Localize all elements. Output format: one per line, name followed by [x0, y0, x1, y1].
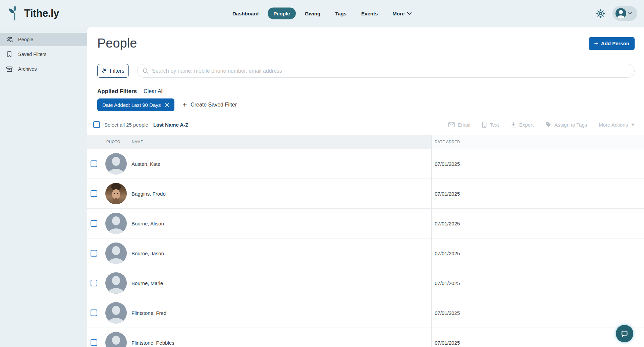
text-action-label: Text	[490, 122, 499, 128]
row-checkbox[interactable]	[91, 339, 97, 346]
table-row[interactable]: Flintstone, Fred 07/01/2025	[87, 298, 644, 328]
person-date-added: 07/01/2025	[431, 238, 644, 268]
assign-to-tags-action-button[interactable]: Assign to Tags	[545, 122, 587, 128]
search-bar	[137, 64, 635, 78]
export-action-label: Export	[519, 122, 534, 128]
create-saved-filter-button[interactable]: + Create Saved Filter	[182, 101, 237, 109]
person-avatar-placeholder	[105, 272, 127, 294]
plus-icon: +	[182, 101, 187, 109]
filter-chip-date-added[interactable]: Date Added: Last 90 Days	[97, 98, 174, 111]
person-date-added: 07/01/2025	[431, 328, 644, 347]
person-name[interactable]: Flintstone, Pebbles	[131, 340, 174, 346]
table-row[interactable]: Austen, Kate 07/01/2025	[87, 149, 644, 179]
person-name[interactable]: Baggins, Frodo	[131, 191, 166, 197]
sidebar-item-saved-filters[interactable]: Saved Filters	[0, 48, 87, 61]
person-avatar-placeholder	[105, 332, 127, 347]
column-header-name: NAME	[132, 140, 143, 144]
person-avatar-placeholder	[105, 302, 127, 324]
person-avatar-placeholder	[105, 153, 127, 175]
bulk-actions: Email Text	[448, 122, 635, 128]
caret-down-icon	[631, 124, 635, 126]
select-all-label: Select all 25 people	[104, 122, 148, 128]
nav-giving[interactable]: Giving	[299, 8, 326, 19]
filters-button[interactable]: Filters	[97, 64, 129, 78]
add-person-button[interactable]: + Add Person	[589, 37, 635, 50]
add-person-label: Add Person	[601, 41, 629, 46]
column-header-date-added: DATE ADDED	[435, 140, 460, 144]
table-row[interactable]: Bourne, Jason 07/01/2025	[87, 238, 644, 268]
person-name[interactable]: Austen, Kate	[131, 161, 160, 167]
person-date-added: 07/01/2025	[431, 149, 644, 179]
download-icon	[511, 122, 516, 128]
table-row[interactable]: Flintstone, Pebbles 07/01/2025	[87, 328, 644, 347]
person-date-added: 07/01/2025	[431, 268, 644, 298]
row-checkbox[interactable]	[91, 250, 97, 257]
remove-filter-icon[interactable]	[165, 103, 169, 107]
nav-people[interactable]: People	[268, 8, 296, 19]
text-action-button[interactable]: Text	[482, 122, 499, 128]
person-name[interactable]: Flintstone, Fred	[131, 310, 166, 316]
more-actions-button[interactable]: More Actions	[599, 122, 635, 128]
chevron-down-icon	[628, 12, 632, 15]
bookmark-icon	[6, 51, 13, 58]
person-avatar-photo	[105, 183, 127, 204]
chevron-down-icon	[407, 12, 412, 15]
sidebar: People Saved Filters Archives	[0, 27, 87, 347]
archive-icon	[6, 65, 13, 73]
account-menu[interactable]	[612, 6, 637, 21]
person-date-added: 07/01/2025	[431, 298, 644, 328]
user-avatar	[615, 8, 626, 19]
person-name[interactable]: Bourne, Alison	[131, 221, 164, 226]
settings-gear-icon[interactable]	[596, 9, 605, 18]
users-icon	[6, 36, 13, 43]
sidebar-item-label: Saved Filters	[18, 52, 47, 57]
chat-support-button[interactable]	[616, 325, 633, 342]
email-action-button[interactable]: Email	[448, 122, 471, 128]
email-action-label: Email	[458, 122, 471, 128]
sliders-icon	[102, 68, 107, 74]
filters-label: Filters	[110, 68, 124, 74]
nav-more[interactable]: More	[387, 8, 417, 19]
tag-icon	[545, 122, 551, 128]
search-icon	[143, 68, 149, 74]
leaf-logo-icon	[8, 6, 21, 21]
people-table: PHOTO NAME DATE ADDED Austen, Kate 07/01…	[87, 135, 644, 347]
brand-name: Tithe.ly	[24, 7, 59, 19]
plus-icon: +	[594, 40, 598, 47]
table-row[interactable]: Baggins, Frodo 07/01/2025	[87, 179, 644, 209]
clear-all-link[interactable]: Clear All	[144, 88, 164, 94]
sidebar-item-archives[interactable]: Archives	[0, 62, 87, 76]
table-row[interactable]: Bourne, Marie 07/01/2025	[87, 268, 644, 298]
page-title: People	[97, 36, 137, 51]
chat-bubble-icon	[620, 329, 629, 338]
sort-order-button[interactable]: Last Name A-Z	[153, 122, 188, 128]
assign-to-tags-label: Assign to Tags	[554, 122, 587, 128]
sidebar-item-people[interactable]: People	[0, 33, 87, 46]
filter-chip-label: Date Added: Last 90 Days	[102, 102, 161, 108]
applied-filters-heading: Applied Filters	[97, 88, 137, 95]
export-action-button[interactable]: Export	[511, 122, 534, 128]
person-avatar-placeholder	[105, 213, 127, 234]
person-name[interactable]: Bourne, Jason	[131, 251, 164, 256]
nav-more-label: More	[392, 11, 405, 16]
row-checkbox[interactable]	[91, 160, 97, 167]
brand-logo[interactable]: Tithe.ly	[8, 6, 59, 21]
search-input[interactable]	[152, 68, 629, 74]
select-all-checkbox[interactable]	[93, 121, 100, 128]
person-name[interactable]: Bourne, Marie	[131, 280, 163, 286]
row-checkbox[interactable]	[91, 220, 97, 227]
more-actions-label: More Actions	[599, 122, 628, 128]
nav-dashboard[interactable]: Dashboard	[227, 8, 264, 19]
nav-tags[interactable]: Tags	[329, 8, 352, 19]
table-header: PHOTO NAME DATE ADDED	[87, 135, 644, 149]
row-checkbox[interactable]	[91, 309, 97, 316]
sidebar-item-label: Archives	[18, 66, 37, 72]
table-row[interactable]: Bourne, Alison 07/01/2025	[87, 209, 644, 238]
row-checkbox[interactable]	[91, 190, 97, 197]
topbar-right	[596, 6, 637, 21]
row-checkbox[interactable]	[91, 280, 97, 286]
column-header-photo: PHOTO	[106, 140, 132, 144]
person-date-added: 07/01/2025	[431, 209, 644, 238]
create-saved-filter-label: Create Saved Filter	[191, 102, 237, 108]
nav-events[interactable]: Events	[356, 8, 383, 19]
